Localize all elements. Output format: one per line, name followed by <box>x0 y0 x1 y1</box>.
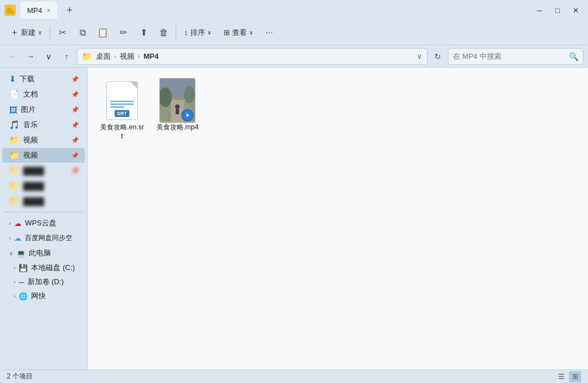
baidu-expand-icon: › <box>9 235 11 241</box>
file-item-mp4[interactable]: 美食攻略.mp4 <box>152 77 203 145</box>
docs-icon: 📄 <box>9 89 20 99</box>
svg-rect-10 <box>176 109 179 115</box>
sidebar-item-downloads[interactable]: ⬇ 下载 📌 <box>2 72 85 86</box>
new-tab-button[interactable]: + <box>62 2 77 18</box>
svg-rect-1 <box>7 10 14 14</box>
minimize-button[interactable]: ─ <box>532 2 547 18</box>
share-button[interactable]: ⬆ <box>134 23 153 42</box>
network-icon: 🌐 <box>19 292 28 301</box>
svg-point-9 <box>175 105 180 109</box>
breadcrumb-mp4[interactable]: MP4 <box>143 52 159 60</box>
sidebar-item-videos-2[interactable]: 📁 视频 📌 <box>2 148 85 163</box>
drive-c-expand-icon: › <box>14 265 15 271</box>
sidebar-label-drive-d: 新加卷 (D:) <box>28 277 64 287</box>
refresh-button[interactable]: ↻ <box>430 49 446 64</box>
view-label: 查看 <box>232 28 247 38</box>
view-button[interactable]: ⊞ 查看 ∨ <box>218 25 259 41</box>
copy-button[interactable]: ⧉ <box>73 23 92 42</box>
search-icon: 🔍 <box>569 52 578 61</box>
sidebar-item-blurred-2[interactable]: 📁 ████ <box>2 179 85 193</box>
pin-icon-blurred-1: 📌 <box>71 167 79 175</box>
recent-button[interactable]: ∨ <box>41 49 56 64</box>
network-expand-icon: › <box>14 293 15 299</box>
srt-thumbnail: SRT <box>103 81 141 120</box>
sidebar-label-blurred-3: ████ <box>23 197 44 206</box>
new-chevron-icon: ∨ <box>38 29 42 36</box>
sidebar: ⬇ 下载 📌 📄 文档 📌 🖼 图片 📌 🎵 音乐 📌 📁 视频 📌 📁 视频 <box>0 68 88 369</box>
sidebar-label-wps: WPS云盘 <box>25 218 56 228</box>
rename-button[interactable]: ✏ <box>114 23 133 42</box>
view-icon: ⊞ <box>224 28 230 37</box>
grid-view-button[interactable]: ⊞ <box>569 371 581 382</box>
sidebar-label-baidu: 百度网盘同步空 <box>25 233 72 243</box>
sidebar-item-drive-d[interactable]: › ─ 新加卷 (D:) <box>2 275 85 289</box>
this-pc-icon: 💻 <box>16 249 25 258</box>
tab-label: MP4 <box>27 6 42 15</box>
sidebar-item-images[interactable]: 🖼 图片 📌 <box>2 102 85 117</box>
sidebar-label-videos-2: 视频 <box>23 150 38 160</box>
mp4-file-icon <box>159 78 195 123</box>
drive-d-icon: ─ <box>19 278 24 286</box>
sidebar-item-videos-1[interactable]: 📁 视频 📌 <box>2 133 85 147</box>
sidebar-item-network[interactable]: › 🌐 网快 <box>2 289 85 303</box>
tab-mp4[interactable]: MP4 × <box>20 2 57 19</box>
blurred-3-icon: 📁 <box>9 196 20 206</box>
new-label: 新建 <box>21 28 36 38</box>
address-chevron-icon[interactable]: ∨ <box>417 52 423 60</box>
toolbar-sep-2 <box>176 26 176 40</box>
sidebar-item-music[interactable]: 🎵 音乐 📌 <box>2 117 85 132</box>
address-bar[interactable]: 📁 桌面 › 视频 › MP4 ∨ <box>77 48 428 65</box>
srt-line-3 <box>110 106 124 108</box>
search-bar[interactable]: 🔍 <box>448 48 583 65</box>
new-button[interactable]: ＋ 新建 ∨ <box>5 24 47 41</box>
maximize-button[interactable]: □ <box>550 2 565 18</box>
file-item-srt[interactable]: SRT 美食攻略.en.srt <box>97 77 147 145</box>
delete-button[interactable]: 🗑 <box>154 23 173 42</box>
breadcrumb-videos[interactable]: 视频 <box>120 51 134 62</box>
tab-close-button[interactable]: × <box>47 7 50 14</box>
forward-button[interactable]: → <box>23 49 38 64</box>
sort-button[interactable]: ↕ 排序 ∨ <box>178 25 217 41</box>
paste-button[interactable]: 📋 <box>93 23 112 42</box>
sidebar-item-blurred-3[interactable]: 📁 ████ <box>2 194 85 208</box>
sidebar-label-this-pc: 此电脑 <box>29 248 51 258</box>
sidebar-item-wps[interactable]: › ☁ WPS云盘 <box>2 216 85 230</box>
pin-icon-videos-1: 📌 <box>71 137 79 144</box>
drive-c-icon: 💾 <box>19 264 28 272</box>
new-icon: ＋ <box>10 27 19 38</box>
sidebar-label-videos-1: 视频 <box>23 135 38 145</box>
images-icon: 🖼 <box>9 105 18 115</box>
search-input[interactable] <box>453 52 565 60</box>
mp4-overlay-icon <box>181 109 194 121</box>
sidebar-label-drive-c: 本地磁盘 (C:) <box>31 263 75 273</box>
close-button[interactable]: ✕ <box>568 2 583 18</box>
pin-icon-videos-2: 📌 <box>71 152 79 159</box>
more-button[interactable]: ··· <box>260 23 279 42</box>
sidebar-item-blurred-1[interactable]: 📁 ████ 📌 <box>2 163 85 178</box>
blurred-2-icon: 📁 <box>9 181 20 191</box>
baidu-icon: ☁ <box>14 234 21 242</box>
sidebar-label-downloads: 下载 <box>20 74 34 84</box>
sidebar-label-network: 网快 <box>31 291 46 301</box>
titlebar: MP4 × + ─ □ ✕ <box>0 0 588 20</box>
breadcrumb-desktop[interactable]: 桌面 <box>96 51 111 62</box>
sidebar-item-drive-c[interactable]: › 💾 本地磁盘 (C:) <box>2 261 85 275</box>
folder-icon: 📁 <box>82 51 93 62</box>
sidebar-label-blurred-2: ████ <box>23 182 44 190</box>
sidebar-divider-1 <box>5 212 82 212</box>
sidebar-item-baidu[interactable]: › ☁ 百度网盘同步空 <box>2 231 85 245</box>
toolbar: ＋ 新建 ∨ ✂ ⧉ 📋 ✏ ⬆ 🗑 ↕ 排序 ∨ ⊞ 查看 ∨ ··· <box>0 20 588 45</box>
videos-2-icon: 📁 <box>9 150 20 160</box>
app-icon <box>5 5 16 16</box>
mp4-file-name: 美食攻略.mp4 <box>156 123 199 132</box>
back-button[interactable]: ← <box>5 49 20 64</box>
wps-expand-icon: › <box>9 220 11 227</box>
file-area: SRT 美食攻略.en.srt <box>88 68 588 369</box>
navbar: ← → ∨ ↑ 📁 桌面 › 视频 › MP4 ∨ ↻ 🔍 <box>0 45 588 68</box>
cut-button[interactable]: ✂ <box>53 23 72 42</box>
sidebar-item-docs[interactable]: 📄 文档 📌 <box>2 87 85 102</box>
list-view-button[interactable]: ☰ <box>555 371 568 382</box>
sidebar-item-this-pc[interactable]: ∨ 💻 此电脑 <box>2 246 85 260</box>
pin-icon-docs: 📌 <box>71 91 79 98</box>
up-button[interactable]: ↑ <box>59 49 75 64</box>
